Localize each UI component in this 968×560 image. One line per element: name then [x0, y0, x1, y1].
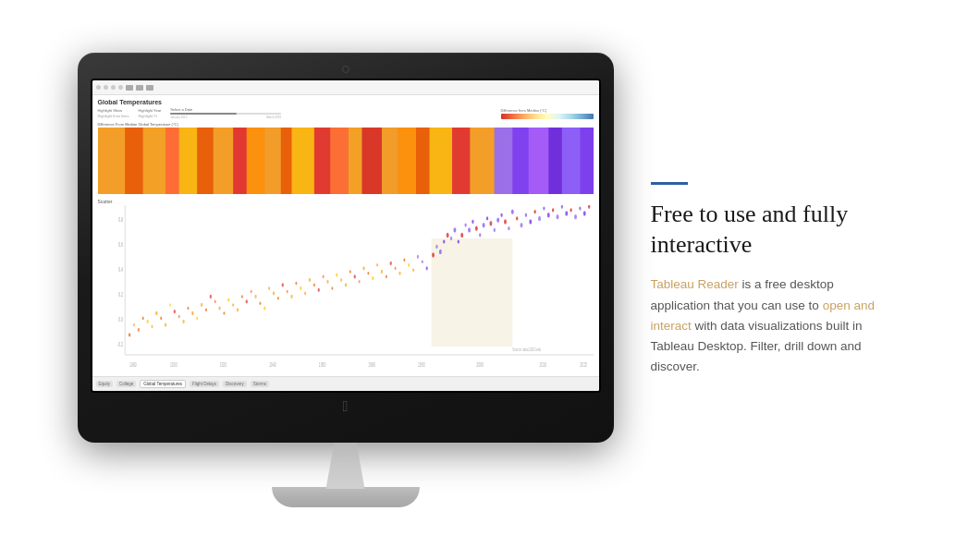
svg-point-130 — [496, 218, 499, 223]
svg-rect-21 — [451, 128, 469, 194]
svg-text:-0.2: -0.2 — [116, 341, 123, 347]
svg-point-134 — [510, 210, 513, 214]
svg-point-73 — [254, 295, 256, 298]
svg-point-85 — [308, 278, 310, 282]
svg-point-45 — [128, 333, 129, 336]
svg-point-141 — [543, 206, 545, 210]
svg-point-99 — [372, 276, 374, 280]
svg-point-71 — [245, 299, 247, 303]
tab-storms[interactable]: Storms — [251, 381, 269, 387]
svg-point-82 — [295, 282, 297, 286]
monitor-wrapper: Global Temperatures Highlight Show Highl… — [78, 53, 614, 507]
svg-point-98 — [367, 272, 369, 275]
svg-rect-1 — [98, 128, 125, 194]
svg-point-117 — [449, 237, 451, 240]
apple-logo-icon:  — [343, 398, 349, 415]
svg-rect-44 — [431, 238, 512, 347]
tab-discovery[interactable]: Discovery — [223, 381, 247, 387]
svg-point-103 — [389, 262, 391, 265]
accent-line — [651, 182, 688, 185]
svg-point-61 — [200, 303, 202, 307]
svg-point-102 — [385, 275, 386, 279]
svg-point-151 — [587, 205, 589, 209]
toolbar-dot-2 — [104, 85, 108, 90]
heatmap-container: Difference From Median Global Temperatur… — [98, 122, 594, 196]
svg-text:0.4: 0.4 — [117, 266, 123, 273]
toolbar-dot-3 — [111, 85, 116, 90]
svg-point-108 — [412, 268, 414, 272]
svg-point-146 — [565, 211, 568, 215]
color-gradient — [501, 114, 594, 119]
toolbar-icon-3 — [146, 85, 153, 91]
svg-point-132 — [504, 219, 507, 224]
svg-point-116 — [446, 233, 448, 237]
slider-min: January 2013 — [170, 116, 187, 119]
svg-point-142 — [546, 213, 549, 217]
monitor-outer: Global Temperatures Highlight Show Highl… — [78, 53, 614, 443]
svg-text:2000: 2000 — [476, 360, 484, 367]
svg-rect-22 — [470, 128, 494, 194]
svg-point-56 — [178, 315, 179, 319]
scatter-plot: 0.8 0.6 0.4 0.2 0.0 -0.2 — [98, 205, 594, 371]
svg-point-80 — [286, 290, 288, 294]
svg-text:2010: 2010 — [539, 360, 546, 367]
controls-row: Highlight Show Highlight from lines High… — [98, 107, 594, 119]
slider-fill — [170, 113, 237, 115]
svg-point-148 — [574, 214, 577, 219]
svg-point-127 — [485, 216, 487, 220]
svg-point-145 — [560, 205, 562, 209]
svg-rect-19 — [416, 128, 430, 194]
svg-point-96 — [358, 280, 360, 284]
svg-point-105 — [398, 272, 400, 275]
heatmap-label: Difference From Median Global Temperatur… — [98, 122, 594, 127]
svg-point-136 — [520, 223, 522, 227]
tab-global-temps[interactable]: Global Temperatures — [140, 380, 186, 388]
svg-point-76 — [268, 286, 270, 290]
monitor-screen: Global Temperatures Highlight Show Highl… — [91, 79, 601, 393]
svg-point-86 — [312, 284, 314, 287]
control-value-2: Highlight Yr — [139, 114, 162, 118]
svg-point-144 — [556, 214, 558, 219]
right-panel: Free to use and fully interactive Tablea… — [651, 173, 891, 386]
svg-rect-16 — [361, 128, 381, 194]
control-label-1: Highlight Show — [98, 108, 129, 113]
tab-college[interactable]: College — [116, 381, 136, 387]
heatmap-canvas: Jan Feb Mar Apr May Jun — [98, 128, 594, 194]
screen-toolbar — [92, 80, 599, 95]
svg-rect-9 — [246, 128, 263, 194]
monitor-stand-base — [272, 487, 420, 507]
svg-point-143 — [551, 208, 553, 212]
svg-rect-10 — [264, 128, 281, 194]
svg-point-65 — [218, 306, 220, 310]
svg-text:0.8: 0.8 — [117, 216, 122, 223]
scatter-container: Scatter 0.8 0.6 0.4 — [98, 199, 594, 372]
svg-point-67 — [227, 298, 229, 301]
svg-rect-7 — [213, 128, 232, 194]
color-legend: Difference from Median (°C) — [501, 108, 594, 119]
svg-text:1940: 1940 — [269, 360, 276, 367]
svg-text:1880: 1880 — [129, 360, 137, 367]
svg-rect-4 — [165, 128, 179, 194]
svg-text:0.0: 0.0 — [117, 316, 122, 323]
control-label-3: Select a Date — [170, 107, 281, 112]
scatter-label: Scatter — [98, 199, 594, 204]
svg-point-74 — [259, 301, 261, 305]
chart-title: Global Temperatures — [98, 99, 594, 105]
svg-rect-17 — [381, 128, 398, 194]
tab-flight-delays[interactable]: Flight Delays — [190, 381, 219, 387]
svg-point-51 — [155, 311, 157, 315]
control-label-2: Highlight Year — [139, 108, 162, 113]
svg-point-115 — [443, 239, 445, 243]
toolbar-icon-1 — [126, 85, 133, 91]
svg-point-75 — [263, 306, 265, 310]
svg-point-120 — [460, 233, 463, 237]
svg-point-81 — [290, 295, 292, 298]
svg-point-140 — [538, 216, 541, 221]
svg-point-126 — [482, 223, 484, 227]
svg-rect-24 — [494, 128, 511, 194]
svg-rect-20 — [429, 128, 451, 194]
svg-point-122 — [468, 227, 471, 232]
tab-equity[interactable]: Equity — [96, 381, 114, 387]
svg-point-112 — [432, 252, 435, 257]
svg-text:1990: 1990 — [417, 360, 424, 367]
